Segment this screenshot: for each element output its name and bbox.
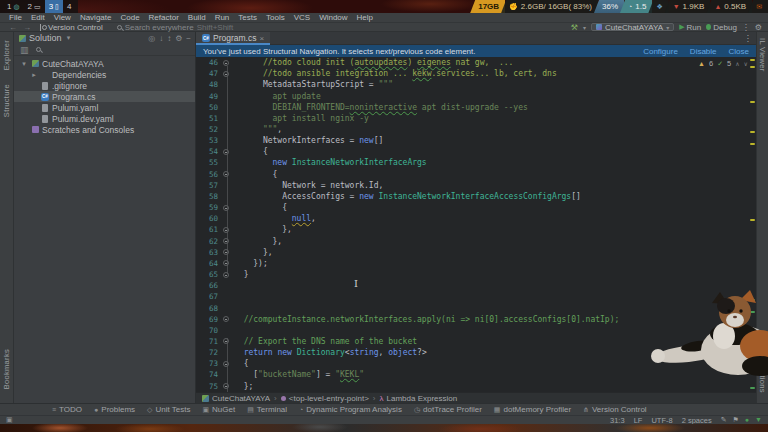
inspections-widget[interactable]: ▲ 6 ✓ 5 ∧ ∨ [698, 59, 748, 68]
tree-item-cutechatayaya[interactable]: ▾CuteChatAYAYA [14, 58, 195, 69]
status-icon-0[interactable]: ✎ [721, 416, 727, 424]
stripe-bookmarks[interactable]: Bookmarks [2, 349, 11, 389]
menu-view[interactable]: View [50, 13, 75, 22]
tree-item--gitignore[interactable]: .gitignore [14, 80, 195, 91]
status-icon-2[interactable]: ● [745, 416, 749, 424]
stripe-notifications[interactable]: Notifications [758, 348, 767, 393]
menu-window[interactable]: Window [315, 13, 351, 22]
tool-window-toggle-icon[interactable]: ▣ [6, 416, 13, 424]
debug-button[interactable]: Debug [706, 23, 737, 32]
stripe-explorer[interactable]: Explorer [2, 40, 11, 70]
project-header-icon-0[interactable]: ◎ [148, 34, 155, 43]
fold-icon[interactable] [223, 238, 229, 244]
warning-stripe-mark[interactable] [750, 66, 755, 68]
build-icon[interactable]: ⚒ [571, 23, 578, 32]
ok-stripe-mark[interactable] [750, 311, 755, 313]
fold-icon[interactable] [223, 71, 229, 77]
menu-file[interactable]: File [5, 13, 26, 22]
chevron-icon[interactable]: ▾ [20, 60, 28, 68]
search-everywhere[interactable]: Search everywhere Shift+Shift [117, 23, 234, 32]
fold-icon[interactable] [223, 316, 229, 322]
fold-icon[interactable] [223, 272, 229, 278]
back-button[interactable]: ← [6, 23, 20, 32]
menu-vcs[interactable]: VCS [290, 13, 314, 22]
project-header-icon-3[interactable]: ⚙ [175, 34, 182, 43]
menu-edit[interactable]: Edit [27, 13, 49, 22]
menu-tools[interactable]: Tools [262, 13, 289, 22]
menu-run[interactable]: Run [211, 13, 234, 22]
tree-item-dependencies[interactable]: ▸Dependencies [14, 69, 195, 80]
project-view-header[interactable]: Solution ▾ ◎↓↕⚙− [14, 32, 195, 44]
tab-program-cs[interactable]: C# Program.cs × [196, 32, 270, 45]
fold-icon[interactable] [223, 260, 229, 266]
workspace-1[interactable]: 1◍ [3, 0, 24, 13]
workspace-4[interactable]: 4 [63, 0, 75, 13]
prev-problem-icon[interactable]: ∧ [735, 60, 739, 67]
menu-code[interactable]: Code [116, 13, 143, 22]
toolwindow-todo[interactable]: ≡TODO [52, 405, 82, 414]
banner-action-configure[interactable]: Configure [643, 47, 678, 56]
ok-stripe-mark[interactable] [750, 369, 755, 371]
menu-refactor[interactable]: Refactor [145, 13, 183, 22]
breadcrumb-item[interactable]: <top-level-entry-point> [281, 394, 369, 403]
run-configuration-select[interactable]: CuteChatAYAYA ▾ [591, 23, 674, 31]
menu-navigate[interactable]: Navigate [76, 13, 116, 22]
workspace-2[interactable]: 2▭ [24, 0, 45, 13]
toolwindow-dotmemory-profiler[interactable]: ▦dotMemory Profiler [494, 405, 571, 414]
locate-icon[interactable]: ▥ [20, 45, 29, 55]
fold-icon[interactable] [223, 383, 229, 389]
banner-action-close[interactable]: Close [729, 47, 749, 56]
status-icon-3[interactable]: ▼ [755, 416, 762, 424]
warning-stripe-mark[interactable] [750, 59, 755, 61]
toolwindow-terminal[interactable]: ▤Terminal [247, 405, 287, 414]
tree-item-program-cs[interactable]: C#Program.cs [14, 91, 195, 102]
ok-stripe-mark[interactable] [750, 299, 755, 301]
more-options-icon[interactable]: ⋮ [742, 23, 750, 32]
forward-button[interactable]: → [20, 23, 34, 32]
run-button[interactable]: ▶ Run [679, 23, 701, 32]
banner-action-disable[interactable]: Disable [690, 47, 717, 56]
tree-item-scratches-and-consoles[interactable]: Scratches and Consoles [14, 124, 195, 135]
fold-icon[interactable] [223, 361, 229, 367]
stripe-structure[interactable]: Structure [2, 84, 11, 117]
fold-icon[interactable] [223, 149, 229, 155]
breadcrumb-item[interactable]: CuteChatAYAYA [202, 394, 270, 403]
breadcrumb-item[interactable]: λLambda Expression [380, 394, 458, 403]
warning-stripe-mark[interactable] [750, 101, 755, 103]
build-dropdown-icon[interactable]: ▾ [583, 24, 586, 31]
workspace-3[interactable]: 3▯ [45, 0, 63, 13]
fold-icon[interactable] [223, 338, 229, 344]
tab-options-icon[interactable]: ⋮ [744, 33, 753, 43]
tree-item-pulumi-yaml[interactable]: Pulumi.yaml [14, 102, 195, 113]
fold-icon[interactable] [223, 171, 229, 177]
filter-search-icon[interactable] [36, 47, 41, 52]
next-problem-icon[interactable]: ∨ [744, 60, 748, 67]
toolwindow-problems[interactable]: ●Problems [94, 405, 135, 414]
menu-help[interactable]: Help [353, 13, 377, 22]
warning-stripe-mark[interactable] [750, 219, 755, 221]
project-header-icon-4[interactable]: − [186, 34, 191, 43]
toolwindow-nuget[interactable]: ▣NuGet [202, 405, 235, 414]
project-view-mode[interactable]: Solution [29, 33, 62, 43]
project-header-icon-2[interactable]: ↕ [167, 34, 171, 43]
stripe-il-viewer[interactable]: IL Viewer [758, 38, 767, 72]
fold-icon[interactable] [223, 60, 229, 66]
warning-stripe-mark[interactable] [750, 131, 755, 133]
ok-stripe-mark[interactable] [750, 387, 755, 389]
fold-icon[interactable] [223, 249, 229, 255]
toolwindow-dottrace-profiler[interactable]: ◷dotTrace Profiler [414, 405, 482, 414]
gear-icon[interactable]: ⚙ [755, 23, 762, 32]
tree-item-pulumi-dev-yaml[interactable]: Pulumi.dev.yaml [14, 113, 195, 124]
fold-icon[interactable] [223, 205, 229, 211]
menu-build[interactable]: Build [184, 13, 210, 22]
close-icon[interactable]: × [259, 34, 264, 43]
toolwindow-version-control[interactable]: ⋔Version Control [583, 405, 647, 414]
warning-stripe-mark[interactable] [750, 143, 755, 145]
toolwindow-unit-tests[interactable]: ◇Unit Tests [147, 405, 190, 414]
project-header-icon-1[interactable]: ↓ [159, 34, 163, 43]
fold-icon[interactable] [223, 227, 229, 233]
code-editor[interactable]: 46 //todo cloud init (autoupdates) eigen… [196, 57, 756, 392]
menu-tests[interactable]: Tests [234, 13, 261, 22]
status-icon-1[interactable]: ⚑ [733, 416, 739, 424]
toolwindow-dynamic-program-analysis[interactable]: ◔Dynamic Program Analysis [299, 405, 402, 414]
